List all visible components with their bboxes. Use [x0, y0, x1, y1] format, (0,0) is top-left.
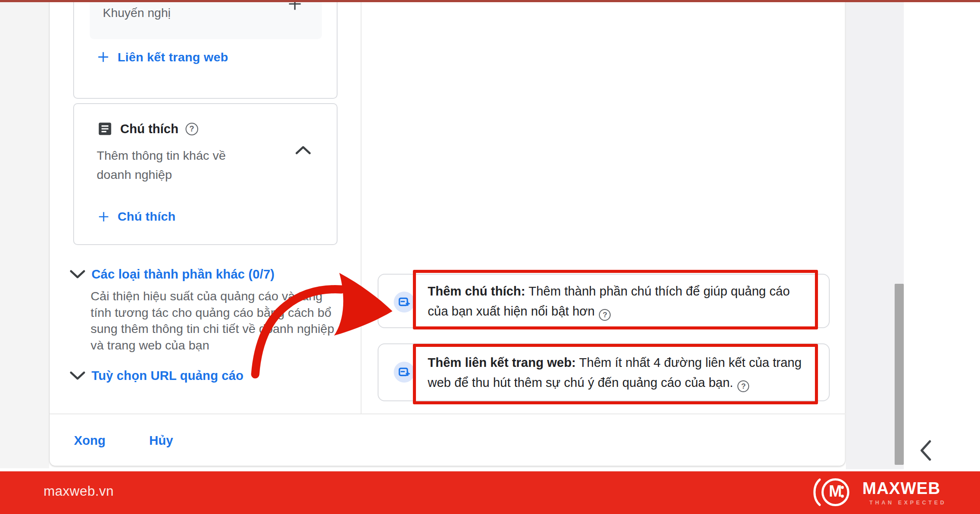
- ad-url-options-toggle[interactable]: Tuỳ chọn URL quảng cáo: [70, 367, 243, 384]
- plus-icon: [96, 50, 111, 64]
- add-sitelink-button[interactable]: Liên kết trang web: [96, 50, 228, 64]
- callout-card-header: Chú thích ?: [97, 121, 198, 137]
- footer-brand-tagline: THAN EXPECTED: [869, 500, 946, 506]
- ad-url-options-label: Tuỳ chọn URL quảng cáo: [91, 369, 243, 383]
- top-red-border: [0, 0, 980, 2]
- recommendation-label: Khuyến nghị: [103, 6, 171, 20]
- chevron-down-icon: [70, 269, 85, 279]
- footer-bar: maxweb.vn M MAXWEB THAN EXPECTED: [0, 471, 980, 514]
- help-icon[interactable]: ?: [186, 123, 198, 135]
- collapse-panel-button[interactable]: [914, 437, 936, 464]
- more-asset-types-description: Cải thiện hiệu suất của quảng cáo và tăn…: [91, 288, 337, 353]
- sitelink-extension-card: Khuyến nghị Liên kết trang web: [73, 0, 338, 99]
- annotation-highlight-box: [413, 344, 818, 404]
- more-asset-types-label: Các loại thành phần khác (0/7): [91, 267, 274, 282]
- add-callout-label: Chú thích: [118, 209, 176, 224]
- add-asset-icon: [394, 362, 415, 383]
- footer-brand-name: MAXWEB: [862, 479, 940, 498]
- recommendation-banner: Khuyến nghị: [90, 0, 322, 39]
- panel-column-divider: [361, 2, 362, 413]
- callout-card-subtitle: Thêm thông tin khác về doanh nghiệp: [97, 146, 245, 184]
- add-asset-icon: [394, 292, 415, 312]
- chevron-down-icon: [70, 371, 85, 380]
- screenshot-root: Khuyến nghị Liên kết trang web Chú thích…: [0, 0, 980, 514]
- add-sitelink-label: Liên kết trang web: [118, 50, 228, 64]
- callout-card-title: Chú thích: [120, 122, 179, 136]
- page-left-margin: [0, 2, 49, 468]
- chevron-up-icon: [295, 145, 311, 155]
- vertical-scrollbar-thumb[interactable]: [895, 284, 904, 465]
- more-asset-types-toggle[interactable]: Các loại thành phần khác (0/7): [70, 265, 274, 283]
- plus-icon: [97, 210, 111, 224]
- done-button[interactable]: Xong: [70, 431, 110, 450]
- add-callout-button[interactable]: Chú thích: [97, 209, 176, 224]
- logo-letter: M: [827, 482, 844, 501]
- document-icon: [97, 121, 113, 137]
- chevron-left-icon: [919, 439, 932, 462]
- collapse-card-button[interactable]: [292, 141, 314, 159]
- cancel-button[interactable]: Hủy: [144, 431, 179, 450]
- maxweb-logo: M: [811, 473, 859, 512]
- callout-extension-card: Chú thích ? Thêm thông tin khác về doanh…: [73, 103, 338, 245]
- action-bar-divider: [50, 413, 845, 414]
- annotation-highlight-box: [413, 270, 818, 329]
- footer-site-url: maxweb.vn: [44, 484, 114, 499]
